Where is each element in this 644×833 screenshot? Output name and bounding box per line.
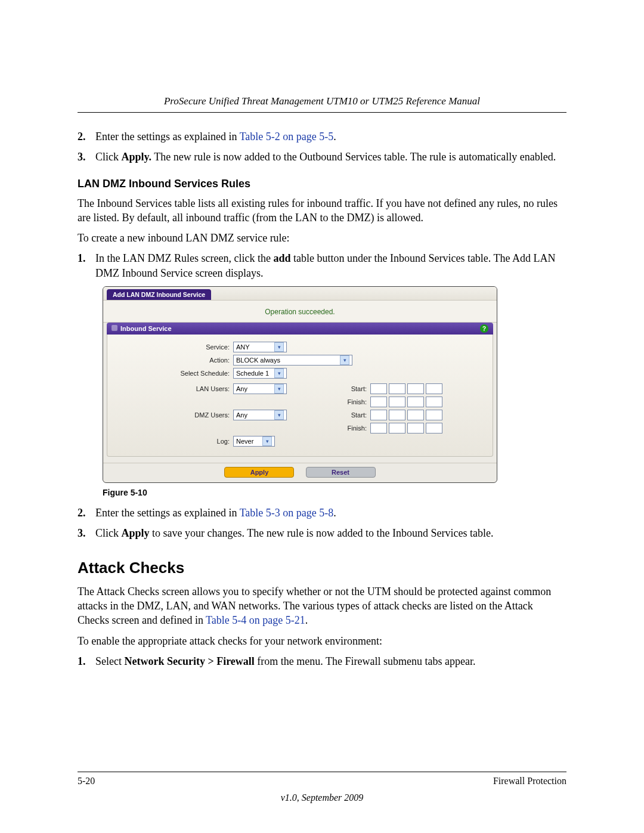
- chevron-down-icon: ▾: [274, 368, 284, 378]
- chevron-down-icon: ▾: [274, 384, 284, 394]
- lan-users-label: LAN Users:: [113, 385, 233, 392]
- section-heading-attack-checks: Attack Checks: [78, 559, 566, 577]
- text-fragment: The Attack Checks screen allows you to s…: [78, 586, 551, 627]
- chevron-down-icon: ▾: [274, 410, 284, 420]
- finish-label: Finish:: [334, 398, 370, 405]
- lan-finish-ip[interactable]: [370, 397, 442, 407]
- help-icon[interactable]: ?: [480, 324, 488, 333]
- step-number: 3.: [78, 526, 95, 540]
- log-label: Log:: [113, 438, 233, 445]
- bold-text: Network Security > Firewall: [124, 655, 254, 667]
- figure-caption: Figure 5-10: [103, 488, 566, 497]
- dmz-finish-ip[interactable]: [370, 423, 442, 433]
- step-number: 2.: [78, 506, 95, 520]
- lan-start-ip[interactable]: [370, 383, 442, 394]
- text-fragment: .: [333, 507, 336, 519]
- table-ref-link[interactable]: Table 5-3 on page 5-8: [240, 507, 334, 519]
- text-fragment: Click: [95, 151, 122, 163]
- step-text: Enter the settings as explained in Table…: [95, 506, 566, 520]
- step-number: 1.: [78, 251, 95, 280]
- select-value: Any: [236, 411, 247, 419]
- schedule-label: Select Schedule:: [113, 370, 233, 377]
- table-ref-link[interactable]: Table 5-2 on page 5-5: [240, 131, 334, 143]
- step-number: 3.: [78, 150, 95, 164]
- steps-mid: 1. In the LAN DMZ Rules screen, click th…: [78, 251, 566, 280]
- service-select[interactable]: ANY ▾: [233, 342, 287, 352]
- text-fragment: In the LAN DMZ Rules screen, click the: [95, 252, 273, 264]
- chevron-down-icon: ▾: [340, 355, 349, 365]
- select-value: BLOCK always: [236, 357, 280, 364]
- panel-header: Inbound Service ?: [107, 323, 493, 335]
- text-fragment: .: [333, 131, 336, 143]
- chevron-down-icon: ▾: [262, 436, 272, 446]
- active-tab[interactable]: Add LAN DMZ Inbound Service: [107, 289, 211, 300]
- bold-text: Apply: [122, 527, 150, 539]
- paragraph: To create a new inbound LAN DMZ service …: [78, 231, 566, 245]
- step-text: Select Network Security > Firewall from …: [95, 654, 566, 668]
- paragraph: To enable the appropriate attack checks …: [78, 634, 566, 648]
- dmz-users-label: DMZ Users:: [113, 411, 233, 419]
- steps-bottom: 2. Enter the settings as explained in Ta…: [78, 506, 566, 541]
- service-label: Service:: [113, 343, 233, 351]
- text-fragment: .: [305, 614, 308, 626]
- text-fragment: to save your changes. The new rule is no…: [150, 527, 494, 539]
- lan-users-select[interactable]: Any ▾: [233, 383, 287, 394]
- select-value: Never: [236, 438, 253, 445]
- apply-button[interactable]: Apply: [224, 467, 294, 478]
- action-select[interactable]: BLOCK always ▾: [233, 355, 352, 366]
- status-message: Operation succeeded.: [103, 300, 497, 323]
- dmz-start-ip[interactable]: [370, 410, 442, 420]
- start-label: Start:: [334, 411, 370, 419]
- text-fragment: Select: [95, 655, 124, 667]
- running-header: ProSecure Unified Threat Management UTM1…: [78, 95, 566, 113]
- table-ref-link[interactable]: Table 5-4 on page 5-21: [206, 614, 305, 626]
- select-value: Schedule 1: [236, 370, 269, 377]
- step-text: Enter the settings as explained in Table…: [95, 129, 566, 144]
- page-number: 5-20: [78, 776, 95, 786]
- action-label: Action:: [113, 357, 233, 364]
- chevron-down-icon: ▾: [274, 342, 284, 352]
- bold-text: Apply.: [122, 151, 152, 163]
- text-fragment: Enter the settings as explained in: [95, 131, 240, 143]
- paragraph: The Inbound Services table lists all exi…: [78, 196, 566, 225]
- panel-title: Inbound Service: [120, 325, 172, 332]
- schedule-select[interactable]: Schedule 1 ▾: [233, 368, 287, 379]
- chapter-title: Firewall Protection: [493, 776, 566, 786]
- steps-last: 1. Select Network Security > Firewall fr…: [78, 654, 566, 668]
- figure-screenshot: Add LAN DMZ Inbound Service Operation su…: [103, 286, 497, 483]
- dmz-users-select[interactable]: Any ▾: [233, 410, 287, 420]
- panel-body: Service: ANY ▾ Action: BLOCK always ▾ Se…: [107, 335, 493, 457]
- steps-top: 2. Enter the settings as explained in Ta…: [78, 129, 566, 165]
- text-fragment: Enter the settings as explained in: [95, 507, 240, 519]
- finish-label: Finish:: [334, 425, 370, 432]
- text-fragment: Click: [95, 527, 122, 539]
- panel-icon: [112, 325, 117, 331]
- tab-bar: Add LAN DMZ Inbound Service: [103, 287, 497, 300]
- subheading-inbound-rules: LAN DMZ Inbound Services Rules: [78, 178, 566, 190]
- text-fragment: The new rule is now added to the Outboun…: [151, 151, 556, 163]
- select-value: Any: [236, 385, 247, 392]
- version-line: v1.0, September 2009: [0, 792, 644, 803]
- paragraph: The Attack Checks screen allows you to s…: [78, 584, 566, 628]
- bold-text: add: [273, 252, 290, 264]
- step-text: In the LAN DMZ Rules screen, click the a…: [95, 251, 566, 280]
- step-number: 1.: [78, 654, 95, 668]
- reset-button[interactable]: Reset: [306, 467, 376, 478]
- button-row: Apply Reset: [103, 463, 497, 482]
- step-text: Click Apply. The new rule is now added t…: [95, 150, 566, 164]
- select-value: ANY: [236, 343, 250, 351]
- start-label: Start:: [334, 385, 370, 392]
- step-number: 2.: [78, 129, 95, 144]
- log-select[interactable]: Never ▾: [233, 436, 275, 447]
- page-footer: 5-20 Firewall Protection: [78, 772, 566, 786]
- text-fragment: from the menu. The Firewall submenu tabs…: [255, 655, 476, 667]
- step-text: Click Apply to save your changes. The ne…: [95, 526, 566, 540]
